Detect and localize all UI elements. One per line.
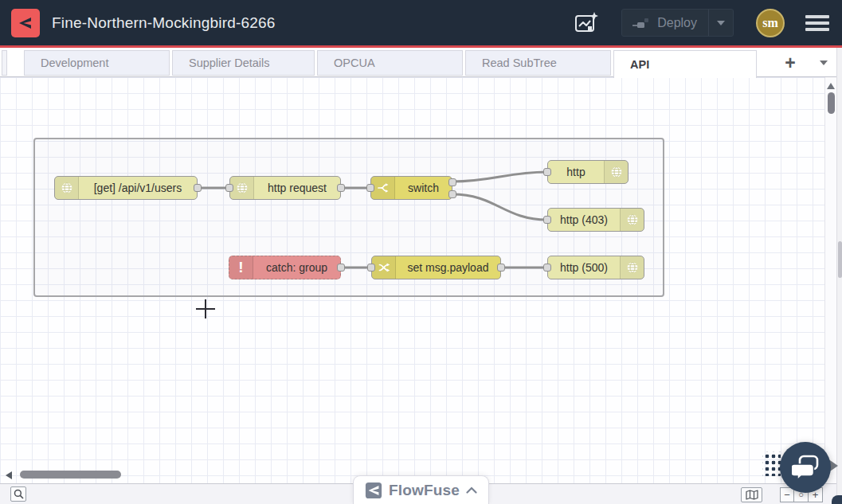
tab-label: Read SubTree [482, 57, 557, 69]
output-port[interactable] [194, 184, 202, 192]
node-change[interactable]: set msg.payload [371, 256, 501, 279]
globe-icon [230, 177, 254, 199]
vertical-scrollbar-thumb[interactable] [828, 92, 835, 114]
node-label: [get] /api/v1/users [79, 177, 197, 199]
globe-glyph [236, 182, 249, 194]
output-port[interactable] [337, 184, 345, 192]
window-scrollbar-thumb[interactable] [838, 241, 842, 278]
flow-canvas[interactable]: [get] /api/v1/users http request [0, 77, 824, 483]
window-scrollbar[interactable] [836, 48, 842, 504]
search-icon [14, 489, 24, 499]
chat-widget-button[interactable] [780, 442, 831, 493]
node-label: http (403) [548, 209, 620, 231]
input-port[interactable] [367, 264, 375, 272]
deploy-main[interactable]: Deploy [622, 10, 708, 36]
cursor-crosshair [196, 299, 215, 318]
tab-scroll-edge [2, 50, 7, 76]
input-port[interactable] [543, 216, 551, 224]
output-port-1[interactable] [448, 178, 456, 186]
avatar-initials: sm [762, 16, 778, 30]
flow-tab-bar: Development Supplier Details OPCUA Read … [0, 48, 842, 77]
node-http-response[interactable]: http [547, 160, 629, 184]
tab-api-active[interactable]: API [613, 50, 757, 78]
globe-icon [620, 209, 644, 231]
plus-icon: + [785, 53, 795, 74]
tab-label: Supplier Details [189, 57, 270, 69]
input-port[interactable] [543, 168, 551, 176]
user-avatar[interactable]: sm [756, 9, 785, 37]
tab-label: Development [41, 57, 108, 69]
tab-label: OPCUA [334, 57, 375, 69]
node-catch[interactable]: ! catch: group [229, 256, 341, 279]
flow-assistant-icon[interactable] [572, 10, 601, 37]
shuffle-icon [372, 256, 396, 279]
input-port[interactable] [366, 184, 374, 192]
deploy-options-button[interactable] [709, 10, 733, 36]
chevron-down-icon [717, 21, 725, 25]
chevron-up-icon [466, 486, 477, 494]
header-bar: Fine-Northern-Mockingbird-6266 [0, 0, 842, 48]
vertical-scrollbar[interactable] [824, 77, 836, 483]
input-port[interactable] [543, 264, 551, 272]
crosshair-line [205, 299, 206, 318]
flow-assistant-glyph [574, 11, 599, 35]
horizontal-scrollbar-thumb[interactable] [20, 471, 121, 479]
flow-list-button[interactable] [812, 51, 836, 75]
scroll-left-arrow-icon[interactable] [6, 471, 12, 479]
node-label: http [548, 161, 604, 183]
globe-icon [620, 256, 644, 279]
main-menu-button[interactable] [804, 12, 831, 34]
drag-handle-dots[interactable] [762, 451, 781, 476]
globe-glyph [626, 213, 639, 226]
globe-icon [604, 161, 628, 183]
node-label: http request [254, 177, 340, 199]
tab-read-subtree[interactable]: Read SubTree [465, 50, 611, 76]
node-label: catch: group [253, 256, 340, 279]
output-port[interactable] [337, 264, 345, 272]
node-red-editor: Fine-Northern-Mockingbird-6266 [0, 0, 842, 504]
chat-bubbles-icon [792, 455, 819, 480]
instance-title: Fine-Northern-Mockingbird-6266 [52, 14, 276, 32]
node-http-response-500[interactable]: http (500) [547, 256, 644, 279]
globe-glyph [626, 261, 639, 274]
flowfuse-logo-glyph [16, 14, 35, 33]
flowfuse-toolbar-pill[interactable]: FlowFuse [353, 475, 489, 504]
map-icon [746, 490, 758, 500]
globe-glyph [610, 166, 623, 178]
node-http-in[interactable]: [get] /api/v1/users [54, 176, 198, 200]
chat-frame-corner [832, 495, 842, 504]
add-flow-button[interactable]: + [777, 51, 804, 75]
input-port[interactable] [225, 184, 233, 192]
globe-icon [55, 177, 79, 199]
tab-opcua[interactable]: OPCUA [317, 50, 463, 76]
tab-development[interactable]: Development [24, 50, 170, 76]
exclamation-glyph: ! [238, 257, 243, 278]
node-label: set msg.payload [396, 256, 500, 279]
output-port[interactable] [497, 264, 505, 272]
output-port-2[interactable] [448, 190, 456, 198]
deploy-node-icon [632, 17, 649, 29]
flowfuse-logo-icon[interactable] [11, 9, 40, 37]
node-label: http (500) [548, 256, 620, 279]
shuffle-glyph [378, 261, 390, 274]
node-http-response-403[interactable]: http (403) [547, 208, 644, 232]
hamburger-bar [805, 21, 829, 25]
node-label: switch [395, 177, 452, 199]
hamburger-bar [805, 28, 829, 31]
search-button[interactable] [10, 486, 26, 502]
fork-glyph [377, 182, 390, 194]
minus-icon: − [784, 489, 790, 501]
node-http-request[interactable]: http request [229, 176, 341, 200]
flowfuse-logo-icon [365, 482, 382, 499]
chevron-down-icon [820, 61, 828, 65]
fork-icon [371, 177, 395, 199]
node-switch[interactable]: switch [370, 176, 452, 200]
exclamation-icon: ! [229, 256, 253, 279]
hamburger-bar [805, 15, 829, 18]
navigator-toggle-button[interactable] [741, 487, 762, 502]
tab-supplier-details[interactable]: Supplier Details [172, 50, 315, 76]
globe-glyph [61, 182, 73, 194]
tab-label: API [630, 58, 649, 71]
deploy-button[interactable]: Deploy [621, 9, 734, 37]
scroll-up-arrow-icon[interactable] [827, 83, 835, 89]
